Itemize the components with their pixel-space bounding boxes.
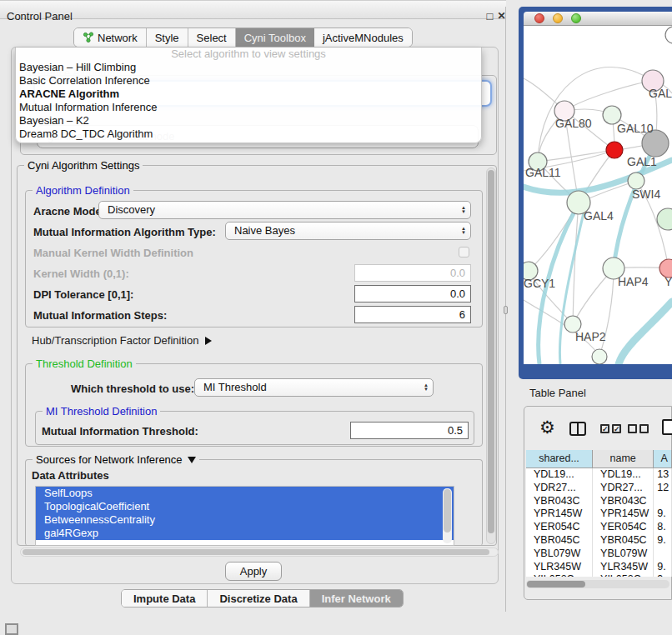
node-label-gal11: GAL11 [525,166,561,179]
table-row[interactable]: YDL19...YDL19...13 [526,468,672,482]
cell[interactable]: YBR043C [593,495,654,508]
tab-network[interactable]: Network [74,28,147,47]
table-horizontal-scrollbar[interactable] [526,580,669,588]
gear-icon[interactable] [539,418,555,438]
list-item-topologicalcoefficient[interactable]: TopologicalCoefficient [36,500,454,513]
sources-collapse-toggle[interactable]: Sources for Network Inference [33,453,199,466]
network-canvas[interactable]: GAL GAL80 GAL10 GAL1 GAL11 GAL4 SWI4 GCY… [524,26,672,364]
settings-vertical-scrollbar-thumb[interactable] [488,170,494,533]
cell[interactable]: YBR043C [526,495,593,508]
cell[interactable]: 9. [654,508,672,521]
list-item-betweennesscentrality[interactable]: BetweennessCentrality [36,513,454,527]
mi-steps-input[interactable]: 6 [354,306,471,323]
close-traffic-light-icon[interactable] [534,13,544,23]
cell[interactable]: YDL19... [526,468,593,482]
manual-kernel-checkbox[interactable] [459,247,469,258]
popup-item-dream8[interactable]: Dream8 DC_TDC Algorithm [16,128,481,141]
popup-item-basic-correlation[interactable]: Basic Correlation Inference [16,74,481,88]
settings-vertical-scrollbar[interactable] [486,168,496,544]
cell[interactable]: 8. [654,521,672,534]
bottom-tabbar: Impute Data Discretize Data Infer Networ… [121,589,404,608]
cell[interactable]: YBR045C [526,534,593,548]
float-window-icon[interactable] [484,11,495,22]
settings-horizontal-scrollbar-thumb[interactable] [23,549,489,555]
cell[interactable]: YDL19... [593,468,654,482]
tab-jactivemnodules[interactable]: jActiveMNodules [314,28,412,47]
tab-impute-data[interactable]: Impute Data [122,590,208,607]
list-item-gal4rgexp[interactable]: gal4RGexp [36,527,454,540]
column-header-name[interactable]: name [593,450,654,468]
control-panel-tabbar: Network Style Select Cyni Toolbox jActiv… [73,28,413,48]
kernel-width-label: Kernel Width (0,1): [33,268,129,280]
dpi-tolerance-input[interactable]: 0.0 [354,285,471,302]
cell[interactable]: YPR145W [593,508,654,521]
table-row[interactable]: YBR045CYBR045C9. [526,534,672,548]
cell[interactable]: YBL079W [526,548,593,561]
network-node-gal1[interactable] [606,142,623,158]
cell[interactable]: 9. [654,573,672,577]
cell[interactable]: YPR145W [526,508,593,521]
hub-definition-expander[interactable]: Hub/Transcription Factor Definition [32,334,212,347]
cell[interactable]: YDR27... [526,482,593,495]
cell[interactable]: YER054C [526,521,593,534]
column-header-partial[interactable]: A [654,450,672,468]
minimize-traffic-light-icon[interactable] [553,13,563,23]
cell[interactable]: YBL079W [593,548,654,561]
cell[interactable] [654,495,672,508]
cell[interactable]: YIL052C [593,573,654,577]
attributes-list-scrollbar-thumb[interactable] [444,489,451,532]
document-icon[interactable] [662,419,672,435]
table-horizontal-scrollbar-thumb[interactable] [527,581,585,588]
popup-item-mutual-information[interactable]: Mutual Information Inference [16,101,481,114]
network-node[interactable] [657,208,672,230]
popup-item-bayesian-k2[interactable]: Bayesian – K2 [16,114,481,128]
apply-button[interactable]: Apply [225,562,282,581]
sources-title: Sources for Network Inference [36,453,183,466]
table-row[interactable]: YLR345WYLR345W9. [526,561,672,574]
panel-divider-grabber[interactable] [504,306,508,314]
cell[interactable]: 9. [654,561,672,574]
column-header-shared-name[interactable]: shared... [526,450,593,468]
tab-style[interactable]: Style [147,28,188,47]
cell[interactable]: YER054C [593,521,654,534]
cell[interactable]: 9. [654,534,672,548]
network-node[interactable] [665,27,672,43]
cell[interactable]: YDR27... [593,482,654,495]
tab-discretize-data[interactable]: Discretize Data [208,590,309,607]
aracne-mode-combobox[interactable]: Discovery [98,201,471,219]
deselect-checkboxes-icon[interactable] [628,424,649,433]
tab-style-label: Style [155,32,179,44]
zoom-traffic-light-icon[interactable] [571,13,581,23]
table-row[interactable]: YDR27...YDR27...12 [526,482,672,495]
mi-steps-label: Mutual Information Steps: [33,309,167,322]
mi-threshold-input[interactable]: 0.5 [350,422,469,439]
table-row[interactable]: YIL052CYIL052C9. [526,573,672,577]
cell[interactable] [654,548,672,561]
select-all-checkboxes-icon[interactable] [600,424,621,433]
which-threshold-combobox[interactable]: MI Threshold [194,378,434,397]
table-row[interactable]: YPR145WYPR145W9. [526,508,672,521]
network-node[interactable] [592,349,607,364]
cell[interactable]: YLR345W [593,561,654,574]
network-node-swi4[interactable] [628,172,644,189]
tab-cyni-toolbox[interactable]: Cyni Toolbox [236,28,314,47]
settings-horizontal-scrollbar[interactable] [20,548,499,557]
cell[interactable]: 13 [654,468,672,482]
tab-select[interactable]: Select [188,28,236,47]
cell[interactable]: YLR345W [526,561,593,574]
mi-type-combobox[interactable]: Naive Bayes [225,222,471,240]
popup-item-bayesian-hill-climbing[interactable]: Bayesian – Hill Climbing [16,61,481,74]
attributes-list-scrollbar[interactable] [443,488,452,543]
collapsed-panel-button[interactable] [5,623,18,635]
table-row[interactable]: YBR043CYBR043C [526,495,672,508]
cell[interactable]: YIL052C [526,573,593,577]
tab-infer-network[interactable]: Infer Network [310,590,403,607]
cell[interactable]: YBR045C [593,534,654,548]
list-item-selfloops[interactable]: SelfLoops [36,487,454,500]
table-row[interactable]: YER054CYER054C8. [526,521,672,534]
cell[interactable]: 12 [654,482,672,495]
popup-item-aracne[interactable]: ARACNE Algorithm [16,88,481,101]
kernel-width-input[interactable]: 0.0 [354,264,471,282]
split-columns-icon[interactable] [569,422,586,436]
table-row[interactable]: YBL079WYBL079W [526,548,672,561]
